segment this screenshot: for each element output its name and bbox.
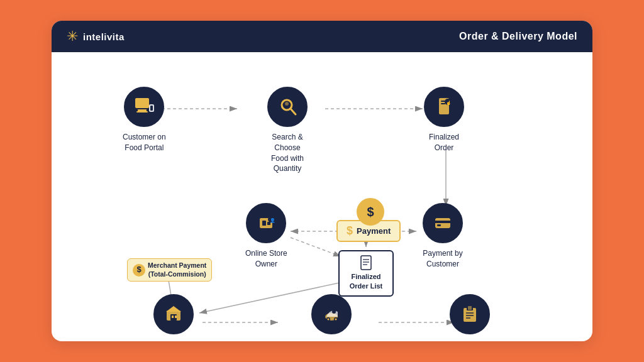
- svg-line-9: [291, 238, 341, 256]
- delivery-received-label: Delivery Receivedby Customer: [441, 339, 498, 341]
- online-store-label: Online StoreOwner: [245, 248, 287, 270]
- node-finalized-order: ☝ FinalizedOrder: [424, 87, 464, 153]
- logo-area: ✳ intelivita: [67, 28, 125, 45]
- restaurant-icon: [153, 294, 194, 334]
- finalized-order-list-box: FinalizedOrder List: [338, 250, 394, 297]
- node-payment-customer: Payment byCustomer: [423, 203, 463, 270]
- svg-point-49: [332, 310, 336, 314]
- svg-rect-52: [468, 306, 472, 310]
- merchant-delivery-label: Merchant or3rd party Delivery Services: [297, 339, 366, 341]
- svg-rect-16: [136, 111, 148, 112]
- payment-coin-icon2: $: [357, 198, 384, 226]
- merchant-delivery-icon: [311, 294, 352, 334]
- finalized-order-icon: ☝: [424, 87, 464, 127]
- list-icon: [360, 255, 372, 270]
- logo-icon: ✳: [67, 28, 78, 45]
- svg-rect-15: [138, 109, 147, 111]
- node-restaurant: RestaurantProcess Order: [149, 294, 197, 341]
- svg-rect-32: [361, 256, 371, 270]
- svg-rect-29: [267, 222, 270, 225]
- node-delivery-received: Delivery Receivedby Customer: [441, 294, 498, 341]
- node-search: Search & ChooseFood with Quantity: [259, 87, 316, 174]
- finalized-order-label: FinalizedOrder: [429, 132, 459, 153]
- svg-marker-40: [166, 306, 181, 312]
- finalized-list-label: FinalizedOrder List: [350, 272, 383, 292]
- diagram-title: Order & Delivery Model: [459, 31, 577, 42]
- node-merchant-delivery: Merchant or3rd party Delivery Services: [297, 294, 366, 341]
- restaurant-label: RestaurantProcess Order: [149, 339, 197, 341]
- payment-coin-node: $: [357, 198, 384, 226]
- customer-icon: [124, 87, 164, 127]
- merchant-coin-icon: $: [133, 264, 145, 277]
- customer-label: Customer onFood Portal: [123, 132, 166, 153]
- online-store-icon: 👤: [246, 203, 286, 243]
- svg-rect-28: [262, 221, 266, 226]
- main-card: ✳ intelivita Order & Delivery Model: [52, 21, 592, 341]
- header: ✳ intelivita Order & Delivery Model: [52, 21, 592, 52]
- svg-text:👤: 👤: [270, 217, 275, 223]
- svg-rect-18: [150, 106, 153, 111]
- svg-rect-42: [172, 315, 174, 318]
- svg-rect-43: [175, 315, 177, 318]
- payment-customer-icon: [423, 203, 463, 243]
- node-online-store: 👤 Online StoreOwner: [245, 203, 287, 270]
- svg-line-20: [291, 109, 296, 114]
- node-customer: Customer onFood Portal: [123, 87, 166, 153]
- svg-point-47: [328, 319, 330, 321]
- svg-rect-38: [437, 224, 441, 226]
- payment-customer-label: Payment byCustomer: [423, 248, 462, 270]
- payment-coin-icon: $: [347, 224, 353, 238]
- svg-rect-14: [135, 98, 149, 108]
- payment-label: Payment: [357, 226, 391, 236]
- svg-point-21: [285, 102, 289, 106]
- delivery-received-icon: [450, 294, 490, 334]
- svg-rect-24: [441, 103, 445, 104]
- search-label: Search & ChooseFood with Quantity: [259, 132, 316, 174]
- svg-rect-37: [435, 221, 450, 223]
- svg-point-48: [335, 319, 337, 321]
- merchant-payment-label: $ Merchant Payment(Total-Commision): [127, 258, 212, 282]
- logo-text: intelivita: [83, 31, 125, 42]
- svg-text:☝: ☝: [446, 100, 452, 106]
- search-icon: [267, 87, 308, 127]
- diagram-area: Customer onFood Portal Search & ChooseFo…: [52, 52, 592, 341]
